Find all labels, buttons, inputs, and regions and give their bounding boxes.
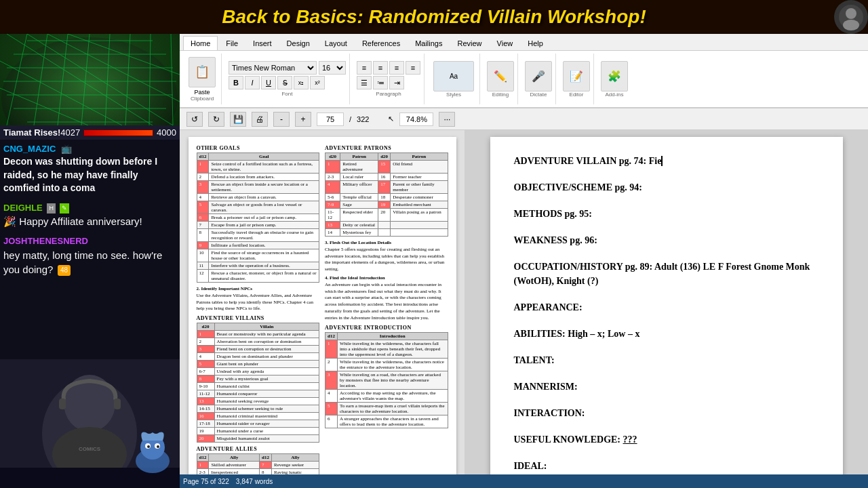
- chat-badge-edit: ✎: [60, 203, 69, 214]
- other-goals-row: 5: [197, 201, 209, 214]
- tab-layout[interactable]: Layout: [318, 37, 354, 50]
- word-editor-pane[interactable]: ADVENTURE VILLAIN pg. 74: Fie OBJECTIVE/…: [465, 130, 868, 488]
- tab-file[interactable]: File: [219, 37, 245, 50]
- villain-text: Misguided humanoid zealot: [214, 435, 319, 443]
- other-goals-text: Infiltrate a fortified location.: [209, 242, 319, 249]
- other-goals-text: Escape from a jail or prison camp.: [209, 222, 319, 229]
- document-view: Other Goals d12 Goal 1Seize control of a…: [180, 130, 465, 488]
- zoom-out-button[interactable]: -: [273, 112, 290, 127]
- flesh-section: 3. Flesh Out the Location Details Chapte…: [325, 240, 448, 273]
- font-name-select[interactable]: Times New Roman: [229, 61, 317, 75]
- tab-design[interactable]: Design: [280, 37, 317, 50]
- nav-save-button[interactable]: 💾: [230, 112, 246, 127]
- dome-visualization: [0, 34, 180, 125]
- page-info: Page 75 of 322: [183, 478, 229, 485]
- styles-button[interactable]: Aa: [433, 61, 474, 92]
- dictate-button[interactable]: 🎤: [525, 61, 552, 92]
- editor-label: Editor: [570, 92, 584, 98]
- talent-label: TALENT:: [514, 355, 555, 365]
- chat-message-2: DEIGHLE H ✎ 🎉 Happy Affiliate anniversar…: [3, 202, 176, 228]
- nav-back-button[interactable]: ↺: [186, 112, 203, 127]
- dragon-avatar: [132, 427, 173, 474]
- flesh-title: 3. Flesh Out the Location Details: [325, 240, 391, 245]
- editor-document[interactable]: ADVENTURE VILLAIN pg. 74: Fie OBJECTIVE/…: [490, 137, 843, 488]
- villain-text: Fey with a mysterious goal: [214, 375, 319, 383]
- editor-line-weakness: WEAKNESS pg. 96:: [514, 233, 819, 247]
- addins-button[interactable]: 🧩: [601, 61, 628, 92]
- other-goals-row: 10: [197, 249, 209, 262]
- allies-ally2-header: Ally: [271, 454, 319, 462]
- align-left-button[interactable]: ≡: [357, 61, 372, 75]
- svg-point-37: [147, 445, 150, 448]
- align-right-button[interactable]: ≡: [389, 61, 404, 75]
- tab-review[interactable]: Review: [451, 37, 489, 50]
- zoom-input[interactable]: [399, 113, 433, 126]
- tab-references[interactable]: References: [355, 37, 407, 50]
- strikethrough-button[interactable]: S̶: [277, 76, 292, 89]
- page-total: 322: [357, 115, 369, 123]
- font-size-select[interactable]: 16: [319, 61, 346, 75]
- superscript-button[interactable]: x²: [310, 76, 325, 89]
- underline-button[interactable]: U: [261, 76, 276, 89]
- indent-button[interactable]: ⇥: [389, 76, 404, 89]
- tab-view[interactable]: View: [490, 37, 520, 50]
- boss-name: Tiamat Rises!: [3, 127, 60, 138]
- villain-row: 19: [197, 428, 214, 435]
- find-intro-section: 4. Find the Ideal Introduction An advent…: [325, 275, 448, 322]
- tab-home[interactable]: Home: [183, 36, 218, 50]
- addins-group: 🧩 Add-ins: [597, 54, 631, 104]
- hp-current: 4027: [60, 127, 80, 138]
- justify-button[interactable]: ≡: [406, 61, 420, 75]
- editor-line-appearance: APPEARANCE:: [514, 300, 819, 314]
- tab-mailings[interactable]: Mailings: [408, 37, 449, 50]
- villain-row: 1: [197, 331, 214, 338]
- subscript-button[interactable]: x₂: [294, 76, 309, 89]
- villain-row: 6-7: [197, 368, 214, 375]
- clipboard-label: Clipboard: [191, 96, 214, 102]
- streamer-avatar: [834, 0, 868, 34]
- other-goals-text: Successfully travel through an obstacle …: [209, 229, 319, 242]
- villain-text: Undead with any agenda: [214, 368, 319, 375]
- other-goals-row: 4: [197, 194, 209, 201]
- other-goals-row: 11: [197, 262, 209, 270]
- editor-button[interactable]: 📝: [563, 61, 590, 92]
- health-bar: Tiamat Rises! 4027 4000: [0, 125, 180, 140]
- right-column: Adventure Patrons d20 Patron d20 Patron …: [325, 142, 448, 488]
- other-goals-text: Rescue a character, monster, or object f…: [209, 270, 319, 283]
- paste-button[interactable]: 📋: [189, 57, 216, 87]
- other-goals-row: 1: [197, 161, 209, 174]
- villain-label: ADVENTURE VILLAIN pg. 74: Fie: [514, 156, 662, 166]
- chat-message-1: CNG_MAZIC 📺 Decon was shutting down befo…: [3, 143, 176, 195]
- numbered-list-button[interactable]: ≔: [373, 76, 388, 89]
- bold-button[interactable]: B: [229, 76, 243, 89]
- nav-forward-button[interactable]: ↻: [208, 112, 224, 127]
- italic-button[interactable]: I: [245, 76, 260, 89]
- adventure-villains-title: Adventure Villains: [197, 315, 320, 321]
- other-goals-text: Retrieve an object from a caravan.: [209, 194, 319, 201]
- zoom-in-button[interactable]: +: [295, 112, 311, 127]
- interaction-label: INTERACTION:: [514, 408, 585, 418]
- more-options-button[interactable]: ···: [439, 112, 455, 127]
- tab-insert[interactable]: Insert: [246, 37, 279, 50]
- nav-print-button[interactable]: 🖨: [252, 112, 268, 127]
- dictate-group: 🎤 Dictate: [521, 54, 556, 104]
- editing-button[interactable]: ✏️: [487, 61, 514, 92]
- paste-label: Paste: [194, 89, 210, 96]
- editor-line-abilities: ABILITIES: High – x; Low – x: [514, 327, 819, 341]
- page-number-input[interactable]: [317, 113, 344, 126]
- other-goals-text: Break a prisoner out of a jail or prison…: [209, 214, 319, 222]
- other-goals-text: Seize control of a fortified location su…: [209, 161, 319, 174]
- align-center-button[interactable]: ≡: [373, 61, 388, 75]
- chat-area: CNG_MAZIC 📺 Decon was shutting down befo…: [0, 140, 180, 359]
- ribbon-tabs: Home File Insert Design Layout Reference…: [180, 34, 868, 51]
- chat-text-1: Decon was shutting down before I raided,…: [3, 156, 157, 193]
- status-bar: Page 75 of 322 3,847 words: [180, 474, 868, 488]
- tab-help[interactable]: Help: [521, 37, 550, 50]
- villain-row: 11-12: [197, 390, 214, 398]
- svg-point-1: [846, 8, 856, 19]
- villain-text: Fiend bent on corruption or destruction: [214, 346, 319, 353]
- font-group-label: Font: [229, 91, 346, 97]
- editor-line-objective: OBJECTIVE/SCHEME pg. 94:: [514, 180, 819, 195]
- villain-row: 3: [197, 346, 214, 353]
- bullet-list-button[interactable]: ☰: [357, 76, 372, 89]
